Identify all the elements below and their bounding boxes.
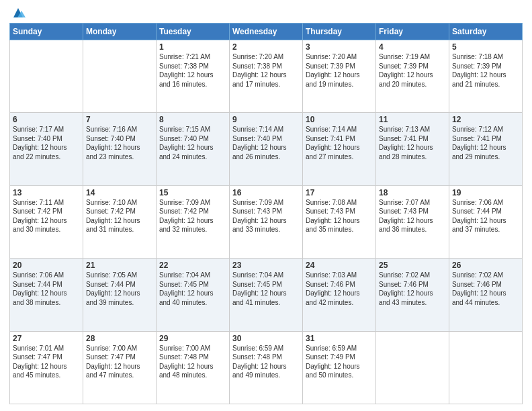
day-number: 20 <box>13 261 80 270</box>
day-number: 28 <box>86 334 153 343</box>
calendar-cell: 18Sunrise: 7:07 AMSunset: 7:43 PMDayligh… <box>376 185 449 258</box>
calendar-week-0: 1Sunrise: 7:21 AMSunset: 7:38 PMDaylight… <box>10 40 523 113</box>
header <box>9 7 523 19</box>
cell-text: Sunrise: 7:12 AMSunset: 7:41 PMDaylight:… <box>452 125 519 161</box>
calendar-cell: 1Sunrise: 7:21 AMSunset: 7:38 PMDaylight… <box>157 40 230 113</box>
day-number: 13 <box>13 188 80 197</box>
cell-text: Sunrise: 7:09 AMSunset: 7:42 PMDaylight:… <box>159 198 226 234</box>
day-number: 27 <box>13 334 80 343</box>
calendar-cell: 5Sunrise: 7:18 AMSunset: 7:39 PMDaylight… <box>449 40 523 113</box>
calendar-header-row: SundayMondayTuesdayWednesdayThursdayFrid… <box>10 24 523 40</box>
cell-text: Sunrise: 7:00 AMSunset: 7:48 PMDaylight:… <box>159 344 226 380</box>
day-number: 31 <box>306 334 373 343</box>
day-number: 18 <box>379 188 446 197</box>
cell-text: Sunrise: 7:06 AMSunset: 7:44 PMDaylight:… <box>452 198 519 234</box>
calendar-cell: 25Sunrise: 7:02 AMSunset: 7:46 PMDayligh… <box>376 259 449 331</box>
cell-text: Sunrise: 7:17 AMSunset: 7:40 PMDaylight:… <box>13 125 80 161</box>
cell-text: Sunrise: 7:21 AMSunset: 7:38 PMDaylight:… <box>159 52 226 89</box>
day-number: 2 <box>232 42 300 52</box>
day-number: 29 <box>159 334 226 343</box>
calendar-week-2: 13Sunrise: 7:11 AMSunset: 7:42 PMDayligh… <box>10 185 523 258</box>
cell-text: Sunrise: 7:02 AMSunset: 7:46 PMDaylight:… <box>379 271 446 307</box>
calendar-cell: 24Sunrise: 7:03 AMSunset: 7:46 PMDayligh… <box>303 259 376 331</box>
day-number: 25 <box>379 261 446 270</box>
calendar-cell <box>449 331 523 404</box>
cell-text: Sunrise: 6:59 AMSunset: 7:48 PMDaylight:… <box>232 344 300 380</box>
calendar-cell: 16Sunrise: 7:09 AMSunset: 7:43 PMDayligh… <box>230 185 303 258</box>
calendar-cell: 19Sunrise: 7:06 AMSunset: 7:44 PMDayligh… <box>449 185 523 258</box>
calendar-cell: 23Sunrise: 7:04 AMSunset: 7:45 PMDayligh… <box>230 259 303 331</box>
cell-text: Sunrise: 7:08 AMSunset: 7:43 PMDaylight:… <box>306 198 373 234</box>
day-number: 1 <box>159 42 226 52</box>
calendar-cell: 22Sunrise: 7:04 AMSunset: 7:45 PMDayligh… <box>157 259 230 331</box>
day-number: 9 <box>232 115 300 124</box>
calendar-header-sunday: Sunday <box>10 24 83 40</box>
calendar-cell: 11Sunrise: 7:13 AMSunset: 7:41 PMDayligh… <box>376 113 449 185</box>
calendar-cell: 30Sunrise: 6:59 AMSunset: 7:48 PMDayligh… <box>230 331 303 404</box>
day-number: 4 <box>379 42 446 52</box>
calendar-cell: 21Sunrise: 7:05 AMSunset: 7:44 PMDayligh… <box>83 259 157 331</box>
day-number: 3 <box>306 42 373 52</box>
calendar-cell: 14Sunrise: 7:10 AMSunset: 7:42 PMDayligh… <box>83 185 157 258</box>
cell-text: Sunrise: 7:04 AMSunset: 7:45 PMDaylight:… <box>159 271 226 307</box>
calendar-cell: 8Sunrise: 7:15 AMSunset: 7:40 PMDaylight… <box>157 113 230 185</box>
calendar-header-wednesday: Wednesday <box>230 24 303 40</box>
calendar-cell: 31Sunrise: 6:59 AMSunset: 7:49 PMDayligh… <box>303 331 376 404</box>
page: SundayMondayTuesdayWednesdayThursdayFrid… <box>0 0 532 411</box>
day-number: 24 <box>306 261 373 270</box>
day-number: 30 <box>232 334 300 343</box>
cell-text: Sunrise: 7:07 AMSunset: 7:43 PMDaylight:… <box>379 198 446 234</box>
calendar-cell: 26Sunrise: 7:02 AMSunset: 7:46 PMDayligh… <box>449 259 523 331</box>
calendar-cell: 27Sunrise: 7:01 AMSunset: 7:47 PMDayligh… <box>10 331 83 404</box>
calendar-cell: 28Sunrise: 7:00 AMSunset: 7:47 PMDayligh… <box>83 331 157 404</box>
logo <box>9 7 26 19</box>
day-number: 19 <box>452 188 519 197</box>
day-number: 23 <box>232 261 300 270</box>
cell-text: Sunrise: 7:15 AMSunset: 7:40 PMDaylight:… <box>159 125 226 161</box>
day-number: 14 <box>86 188 153 197</box>
day-number: 10 <box>306 115 373 124</box>
cell-text: Sunrise: 7:00 AMSunset: 7:47 PMDaylight:… <box>86 344 153 380</box>
calendar-cell: 17Sunrise: 7:08 AMSunset: 7:43 PMDayligh… <box>303 185 376 258</box>
calendar-cell: 6Sunrise: 7:17 AMSunset: 7:40 PMDaylight… <box>10 113 83 185</box>
calendar-header-thursday: Thursday <box>303 24 376 40</box>
day-number: 11 <box>379 115 446 124</box>
calendar-cell <box>10 40 83 113</box>
day-number: 5 <box>452 42 519 52</box>
logo-icon <box>11 5 26 20</box>
calendar-cell: 29Sunrise: 7:00 AMSunset: 7:48 PMDayligh… <box>157 331 230 404</box>
cell-text: Sunrise: 7:06 AMSunset: 7:44 PMDaylight:… <box>13 271 80 307</box>
cell-text: Sunrise: 7:20 AMSunset: 7:39 PMDaylight:… <box>306 52 373 89</box>
day-number: 21 <box>86 261 153 270</box>
calendar-cell: 4Sunrise: 7:19 AMSunset: 7:39 PMDaylight… <box>376 40 449 113</box>
cell-text: Sunrise: 7:20 AMSunset: 7:38 PMDaylight:… <box>232 52 300 89</box>
calendar-header-saturday: Saturday <box>449 24 523 40</box>
cell-text: Sunrise: 7:16 AMSunset: 7:40 PMDaylight:… <box>86 125 153 161</box>
day-number: 22 <box>159 261 226 270</box>
cell-text: Sunrise: 7:01 AMSunset: 7:47 PMDaylight:… <box>13 344 80 380</box>
day-number: 17 <box>306 188 373 197</box>
cell-text: Sunrise: 7:14 AMSunset: 7:41 PMDaylight:… <box>306 125 373 161</box>
cell-text: Sunrise: 6:59 AMSunset: 7:49 PMDaylight:… <box>306 344 373 380</box>
calendar-table: SundayMondayTuesdayWednesdayThursdayFrid… <box>9 23 523 404</box>
day-number: 12 <box>452 115 519 124</box>
cell-text: Sunrise: 7:04 AMSunset: 7:45 PMDaylight:… <box>232 271 300 307</box>
day-number: 6 <box>13 115 80 124</box>
day-number: 16 <box>232 188 300 197</box>
calendar-week-4: 27Sunrise: 7:01 AMSunset: 7:47 PMDayligh… <box>10 331 523 404</box>
calendar-cell: 2Sunrise: 7:20 AMSunset: 7:38 PMDaylight… <box>230 40 303 113</box>
day-number: 26 <box>452 261 519 270</box>
cell-text: Sunrise: 7:03 AMSunset: 7:46 PMDaylight:… <box>306 271 373 307</box>
cell-text: Sunrise: 7:05 AMSunset: 7:44 PMDaylight:… <box>86 271 153 307</box>
calendar-cell: 15Sunrise: 7:09 AMSunset: 7:42 PMDayligh… <box>157 185 230 258</box>
calendar-cell: 13Sunrise: 7:11 AMSunset: 7:42 PMDayligh… <box>10 185 83 258</box>
calendar-cell: 9Sunrise: 7:14 AMSunset: 7:40 PMDaylight… <box>230 113 303 185</box>
calendar-header-tuesday: Tuesday <box>157 24 230 40</box>
cell-text: Sunrise: 7:14 AMSunset: 7:40 PMDaylight:… <box>232 125 300 161</box>
calendar-cell <box>83 40 157 113</box>
calendar-cell: 20Sunrise: 7:06 AMSunset: 7:44 PMDayligh… <box>10 259 83 331</box>
day-number: 7 <box>86 115 153 124</box>
calendar-cell: 12Sunrise: 7:12 AMSunset: 7:41 PMDayligh… <box>449 113 523 185</box>
calendar-header-friday: Friday <box>376 24 449 40</box>
calendar-week-3: 20Sunrise: 7:06 AMSunset: 7:44 PMDayligh… <box>10 259 523 331</box>
